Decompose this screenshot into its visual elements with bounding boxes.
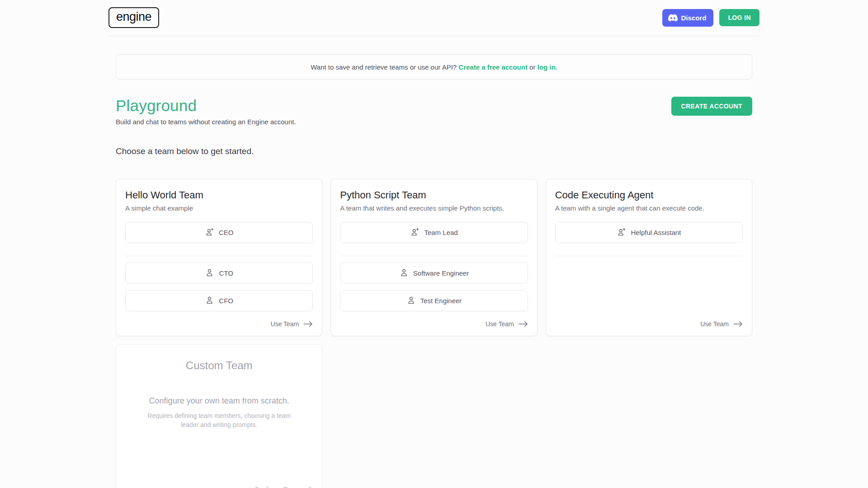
team-name: Hello World Team xyxy=(125,189,313,201)
intro-text: Choose a team below to get started. xyxy=(116,146,752,156)
create-free-account-link[interactable]: Create a free account xyxy=(458,63,528,71)
custom-team-title: Custom Team xyxy=(186,359,253,372)
team-card-hello-world: Hello World Team A simple chat example C… xyxy=(116,179,322,336)
team-name: Python Script Team xyxy=(340,189,528,201)
user-icon xyxy=(205,268,214,279)
hero-section: Playground Build and chat to teams witho… xyxy=(116,97,752,126)
team-member-button[interactable]: CTO xyxy=(125,263,313,284)
banner-text: Want to save and retrieve teams or use o… xyxy=(311,63,458,71)
custom-team-note: Requires defining team members, choosing… xyxy=(141,411,297,430)
team-leader-label: CEO xyxy=(219,229,234,236)
card-footer: Use Team xyxy=(555,313,743,328)
configure-team-label: Configure Team xyxy=(255,486,299,488)
team-description: A simple chat example xyxy=(125,204,313,212)
card-footer: Configure Team xyxy=(125,479,313,488)
team-description: A team that writes and executes simple P… xyxy=(340,204,528,212)
use-team-link[interactable]: Use Team xyxy=(700,320,743,328)
team-member-label: CFO xyxy=(219,297,233,305)
header: engine Discord LOG IN xyxy=(108,0,760,36)
team-leader-button[interactable]: Team Lead xyxy=(340,222,528,243)
custom-team-headline: Configure your own team from scratch. xyxy=(141,396,297,406)
member-list: Team Lead Software Engineer Test Enginee… xyxy=(340,222,528,311)
team-description: A team with a single agent that can exec… xyxy=(555,204,743,212)
engine-logo[interactable]: engine xyxy=(108,7,159,28)
account-banner: Want to save and retrieve teams or use o… xyxy=(116,54,752,80)
arrow-right-icon xyxy=(303,320,313,328)
team-member-label: CTO xyxy=(219,269,233,277)
custom-team-body: Configure your own team from scratch. Re… xyxy=(141,396,297,430)
banner-or-text: or xyxy=(528,63,538,71)
discord-icon xyxy=(668,13,678,23)
user-icon xyxy=(205,296,214,306)
member-list: CEO CTO CFO xyxy=(125,222,313,311)
team-member-button[interactable]: Software Engineer xyxy=(340,263,528,284)
member-list: Helpful Assistant xyxy=(555,222,743,263)
team-member-label: Software Engineer xyxy=(413,269,469,277)
teams-grid: Hello World Team A simple chat example C… xyxy=(116,179,752,488)
use-team-label: Use Team xyxy=(271,320,299,328)
team-leader-label: Helpful Assistant xyxy=(631,229,681,236)
page-title: Playground xyxy=(116,97,296,115)
team-member-button[interactable]: CFO xyxy=(125,290,313,311)
arrow-right-icon xyxy=(733,320,743,328)
header-actions: Discord LOG IN xyxy=(662,9,760,27)
leader-divider xyxy=(340,256,528,256)
team-name: Code Executing Agent xyxy=(555,189,743,201)
team-member-label: Test Engineer xyxy=(420,297,462,305)
configure-team-link[interactable]: Configure Team xyxy=(255,486,313,488)
use-team-label: Use Team xyxy=(700,320,729,328)
page-container: engine Discord LOG IN Want to save and r… xyxy=(108,0,760,488)
banner-login-link[interactable]: log in. xyxy=(538,63,557,71)
card-footer: Use Team xyxy=(125,313,313,328)
team-leader-button[interactable]: Helpful Assistant xyxy=(555,222,743,243)
use-team-label: Use Team xyxy=(486,320,514,328)
team-member-button[interactable]: Test Engineer xyxy=(340,290,528,311)
arrow-right-icon xyxy=(303,486,313,488)
hero-text: Playground Build and chat to teams witho… xyxy=(116,97,296,126)
user-plus-icon xyxy=(410,227,420,238)
use-team-link[interactable]: Use Team xyxy=(486,320,528,328)
discord-button-label: Discord xyxy=(681,14,707,22)
leader-divider xyxy=(555,256,743,256)
leader-divider xyxy=(125,256,313,256)
card-footer: Use Team xyxy=(340,313,528,328)
use-team-link[interactable]: Use Team xyxy=(271,320,313,328)
user-plus-icon xyxy=(617,227,626,238)
user-icon xyxy=(406,296,416,306)
team-card-python-script: Python Script Team A team that writes an… xyxy=(330,179,537,336)
page-subtitle: Build and chat to teams without creating… xyxy=(116,118,296,126)
arrow-right-icon xyxy=(518,320,528,328)
team-leader-button[interactable]: CEO xyxy=(125,222,313,243)
discord-button[interactable]: Discord xyxy=(662,9,714,27)
login-button[interactable]: LOG IN xyxy=(719,9,760,26)
main-content: Want to save and retrieve teams or use o… xyxy=(108,54,760,488)
team-card-code-executing-agent: Code Executing Agent A team with a singl… xyxy=(546,179,752,336)
user-plus-icon xyxy=(205,227,214,238)
team-leader-label: Team Lead xyxy=(424,229,458,236)
user-icon xyxy=(399,268,409,279)
create-account-button[interactable]: CREATE ACCOUNT xyxy=(671,97,752,116)
custom-team-card[interactable]: Custom Team Configure your own team from… xyxy=(116,344,322,488)
